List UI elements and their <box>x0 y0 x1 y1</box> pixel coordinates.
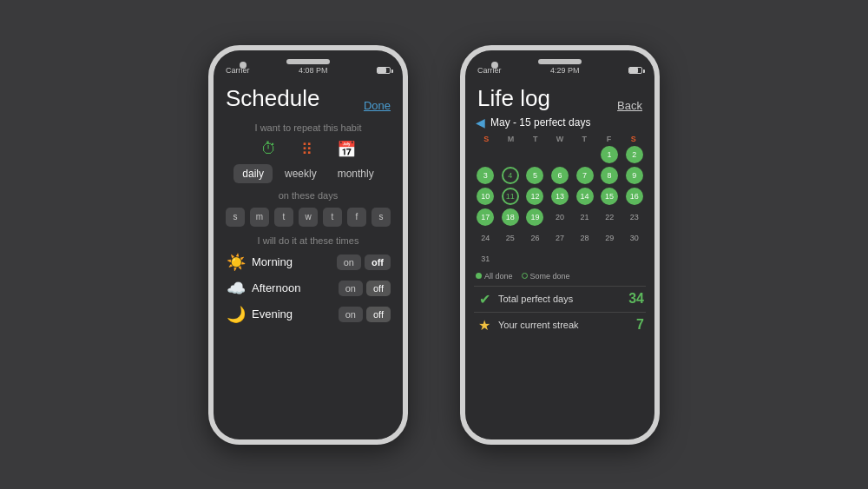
day-17[interactable]: 17 <box>477 208 494 226</box>
time-1: 4:08 PM <box>299 66 328 75</box>
day-1[interactable]: 1 <box>601 146 618 163</box>
day-27: 27 <box>556 228 564 248</box>
monthly-icon: 📅 <box>337 140 356 159</box>
day-14[interactable]: 14 <box>576 188 594 205</box>
weekday-sun: S <box>474 135 498 143</box>
weekly-button[interactable]: weekly <box>276 164 326 183</box>
day-16[interactable]: 16 <box>626 188 643 205</box>
cal-cell-12: 12 <box>523 187 547 206</box>
day-5[interactable]: 5 <box>526 167 543 184</box>
status-bar-1: Carrier 4:08 PM <box>214 50 403 78</box>
weekday-fri: F <box>596 135 621 143</box>
evening-on[interactable]: on <box>339 307 363 322</box>
time-2: 4:29 PM <box>550 66 580 75</box>
day-31: 31 <box>481 249 490 268</box>
back-button[interactable]: Back <box>617 99 642 112</box>
cal-cell-4: 4 <box>499 166 523 185</box>
cal-cell-19: 19 <box>523 208 547 227</box>
cal-cell-17: 17 <box>474 208 497 227</box>
cal-cell-31: 31 <box>474 249 497 268</box>
legend-some-done: Some done <box>522 272 570 281</box>
cal-cell-28: 28 <box>573 228 596 248</box>
day-6[interactable]: 6 <box>551 167 569 184</box>
day-wed[interactable]: w <box>299 208 318 227</box>
cal-cell-1: 1 <box>598 145 621 164</box>
cal-cell-11: 11 <box>499 187 523 206</box>
evening-row: 🌙 Evening on off <box>222 305 394 324</box>
day-10[interactable]: 10 <box>477 188 494 205</box>
phone-lifelog: Carrier 4:29 PM Life log Back ◀ May - 15… <box>460 45 660 445</box>
weekday-wed: W <box>548 135 572 143</box>
day-11[interactable]: 11 <box>502 188 519 205</box>
day-fri[interactable]: f <box>347 208 366 227</box>
day-7[interactable]: 7 <box>576 167 594 184</box>
lifelog-header: Life log Back <box>465 78 654 116</box>
evening-off[interactable]: off <box>366 307 391 322</box>
schedule-title: Schedule <box>226 85 319 112</box>
cal-cell-14: 14 <box>573 187 596 206</box>
weekday-tue: T <box>523 135 548 143</box>
cal-empty-6-5 <box>573 249 596 268</box>
phone-schedule: Carrier 4:08 PM Schedule Done I want to … <box>208 45 408 445</box>
daily-button[interactable]: daily <box>233 164 273 183</box>
day-thu[interactable]: t <box>323 208 342 227</box>
day-sun[interactable]: s <box>226 208 245 227</box>
cal-cell-26: 26 <box>523 228 547 248</box>
afternoon-off[interactable]: off <box>366 281 391 296</box>
prev-month-arrow[interactable]: ◀ <box>476 116 485 129</box>
streak-value: 7 <box>636 317 644 333</box>
calendar-legend: All done Some done <box>474 272 646 281</box>
day-13[interactable]: 13 <box>551 188 569 205</box>
day-8[interactable]: 8 <box>601 167 618 184</box>
frequency-buttons: daily weekly monthly <box>233 164 382 183</box>
cal-cell-2: 2 <box>622 145 646 164</box>
frequency-icons: ⏱ ⠿ 📅 <box>261 140 356 159</box>
lifelog-body: ◀ May - 15 perfect days S M T W T F S 1 <box>465 116 654 439</box>
schedule-body: I want to repeat this habit ⏱ ⠿ 📅 daily … <box>214 117 403 439</box>
legend-some-done-label: Some done <box>530 272 570 281</box>
total-days-label: Total perfect days <box>498 294 623 304</box>
day-22: 22 <box>605 208 614 227</box>
evening-label: Evening <box>252 307 333 320</box>
morning-label: Morning <box>252 255 332 268</box>
carrier-2: Carrier <box>477 66 502 75</box>
cal-cell-3: 3 <box>474 166 497 185</box>
stat-total: ✔ Total perfect days 34 <box>474 286 646 312</box>
days-row: s m t w t f s <box>226 208 391 227</box>
streak-label: Your current streak <box>498 320 631 330</box>
schedule-header: Schedule Done <box>214 78 403 117</box>
month-label: May - 15 perfect days <box>490 116 590 129</box>
day-19[interactable]: 19 <box>526 208 543 226</box>
day-23: 23 <box>630 208 639 227</box>
day-30: 30 <box>630 228 639 248</box>
day-15[interactable]: 15 <box>601 188 618 205</box>
monthly-button[interactable]: monthly <box>329 164 383 183</box>
morning-toggle: on off <box>337 254 391 270</box>
cal-cell-21: 21 <box>573 208 596 227</box>
morning-off[interactable]: off <box>365 254 391 270</box>
day-18[interactable]: 18 <box>502 208 519 226</box>
cal-empty-6-6 <box>598 249 621 268</box>
day-25: 25 <box>506 228 515 248</box>
weekday-mon: M <box>498 135 523 143</box>
afternoon-on[interactable]: on <box>339 281 363 296</box>
lifelog-title: Life log <box>477 85 550 112</box>
day-sat[interactable]: s <box>372 208 391 227</box>
day-tue[interactable]: t <box>274 208 293 227</box>
legend-all-done: All done <box>476 272 513 281</box>
star-icon: ★ <box>476 317 493 334</box>
done-button[interactable]: Done <box>364 99 391 112</box>
day-mon[interactable]: m <box>250 208 269 227</box>
day-9[interactable]: 9 <box>626 167 643 184</box>
cal-cell-empty-4 <box>549 145 572 164</box>
day-3[interactable]: 3 <box>477 167 494 184</box>
day-28: 28 <box>581 228 589 248</box>
day-12[interactable]: 12 <box>526 188 543 205</box>
day-4[interactable]: 4 <box>502 167 519 184</box>
status-right-1 <box>377 67 391 74</box>
morning-on[interactable]: on <box>337 254 361 270</box>
day-2[interactable]: 2 <box>626 146 643 163</box>
battery-1 <box>377 67 391 74</box>
repeat-label: I want to repeat this habit <box>255 122 362 133</box>
cal-cell-24: 24 <box>474 228 497 248</box>
